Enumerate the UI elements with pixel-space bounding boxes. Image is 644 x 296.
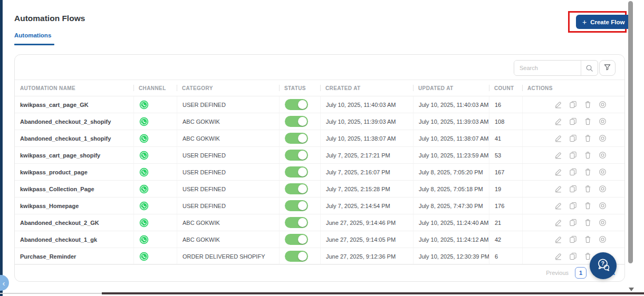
edit-icon[interactable] <box>554 202 562 210</box>
view-icon[interactable] <box>599 151 607 159</box>
search-icon[interactable] <box>581 61 598 75</box>
updated-at: July 10, 2025, 12:30:39 PM <box>413 248 489 264</box>
delete-icon[interactable] <box>584 252 592 260</box>
view-icon[interactable] <box>599 168 607 176</box>
edit-icon[interactable] <box>554 235 562 243</box>
actions-cell <box>522 231 624 248</box>
status-toggle[interactable] <box>285 99 308 110</box>
delete-icon[interactable] <box>584 101 592 108</box>
count-value: 16 <box>489 96 522 113</box>
status-toggle[interactable] <box>285 183 308 194</box>
count-value: 42 <box>489 231 522 248</box>
col-updated-at: UPDATED AT <box>413 80 489 96</box>
edit-icon[interactable] <box>554 168 562 176</box>
status-toggle[interactable] <box>285 166 308 177</box>
actions-cell <box>522 181 624 197</box>
view-icon[interactable] <box>599 185 607 193</box>
view-icon[interactable] <box>599 235 607 243</box>
created-at: July 10, 2025, 11:39:03 AM <box>320 113 413 130</box>
channel-cell <box>133 231 177 248</box>
delete-icon[interactable] <box>584 117 592 125</box>
automation-name: Abandoned_checkout_2_GK <box>15 214 133 231</box>
edit-icon[interactable] <box>554 134 562 142</box>
created-at: July 7, 2025, 2:16:07 PM <box>320 164 413 180</box>
status-toggle[interactable] <box>285 150 308 161</box>
status-toggle[interactable] <box>285 234 308 245</box>
scrollbar-down-arrow[interactable] <box>629 288 634 291</box>
copy-icon[interactable] <box>569 252 577 260</box>
delete-icon[interactable] <box>584 202 592 210</box>
table-row: Abandoned_checkout_2_GKABC GOKWIKJune 27… <box>15 214 624 231</box>
copy-icon[interactable] <box>569 151 577 159</box>
view-icon[interactable] <box>599 219 607 226</box>
count-value: 167 <box>489 164 522 180</box>
automation-name: kwikpass_cart_page_shopify <box>15 147 133 163</box>
channel-cell <box>133 164 177 180</box>
edit-icon[interactable] <box>554 101 562 108</box>
edit-icon[interactable] <box>554 151 562 159</box>
status-toggle[interactable] <box>285 116 308 127</box>
status-cell <box>279 248 320 264</box>
table-row: kwikpass_HomepageUSER DEFINEDJuly 7, 202… <box>15 198 624 214</box>
updated-at: July 10, 2025, 11:24:12 AM <box>413 231 489 248</box>
plus-icon: + <box>582 18 587 26</box>
copy-icon[interactable] <box>569 168 577 176</box>
copy-icon[interactable] <box>569 219 577 226</box>
toggle-knob <box>298 235 307 244</box>
create-flow-button[interactable]: + Create Flow <box>576 15 631 29</box>
updated-at: July 8, 2025, 7:05:20 PM <box>413 164 489 180</box>
delete-icon[interactable] <box>584 134 592 142</box>
whatsapp-icon <box>139 100 149 110</box>
status-toggle[interactable] <box>285 200 308 211</box>
table-row: Abandoned_checkout_1_shopifyABC GOKWIKJu… <box>15 130 624 147</box>
delete-icon[interactable] <box>584 168 592 176</box>
copy-icon[interactable] <box>569 185 577 193</box>
delete-icon[interactable] <box>584 219 592 226</box>
view-icon[interactable] <box>599 117 607 125</box>
copy-icon[interactable] <box>569 117 577 125</box>
col-automation-name: AUTOMATION NAME <box>15 80 133 96</box>
copy-icon[interactable] <box>569 235 577 243</box>
page-title: Automation Flows <box>14 14 85 23</box>
updated-at: July 10, 2025, 11:24:40 AM <box>413 214 489 231</box>
status-toggle[interactable] <box>285 133 308 144</box>
updated-at: July 8, 2025, 7:47:30 PM <box>413 198 489 214</box>
category-label: USER DEFINED <box>177 147 279 163</box>
updated-at: July 8, 2025, 7:05:18 PM <box>413 181 489 197</box>
automation-name: kwikpass_cart_page_GK <box>15 96 133 113</box>
status-toggle[interactable] <box>285 251 308 262</box>
status-toggle[interactable] <box>285 217 308 228</box>
edit-icon[interactable] <box>554 185 562 193</box>
search-input[interactable] <box>514 61 581 75</box>
category-label: ABC GOKWIK <box>177 214 279 231</box>
page-1[interactable]: 1 <box>575 267 587 279</box>
copy-icon[interactable] <box>569 134 577 142</box>
edit-icon[interactable] <box>554 117 562 125</box>
view-icon[interactable] <box>599 101 607 108</box>
edit-icon[interactable] <box>554 252 562 260</box>
status-cell <box>279 96 320 113</box>
view-icon[interactable] <box>599 134 607 142</box>
vertical-scrollbar-thumb[interactable] <box>628 1 633 263</box>
copy-icon[interactable] <box>569 202 577 210</box>
delete-icon[interactable] <box>584 235 592 243</box>
delete-icon[interactable] <box>584 185 592 193</box>
pagination-previous[interactable]: Previous <box>546 270 569 276</box>
view-icon[interactable] <box>599 202 607 210</box>
updated-at: July 10, 2025, 11:39:03 AM <box>413 113 489 130</box>
actions-cell <box>522 130 624 146</box>
updated-at: July 10, 2025, 11:23:59 AM <box>413 147 489 163</box>
filter-funnel-icon <box>603 63 611 73</box>
tab-automations[interactable]: Automations <box>14 32 51 38</box>
channel-cell <box>133 130 177 146</box>
window-bottom-edge-light <box>0 293 102 294</box>
delete-icon[interactable] <box>584 151 592 159</box>
count-value: 6 <box>489 248 522 264</box>
copy-icon[interactable] <box>569 101 577 108</box>
help-chat-fab[interactable]: ? <box>590 252 617 279</box>
updated-at: July 10, 2025, 11:38:07 AM <box>413 130 489 146</box>
svg-text:?: ? <box>601 261 604 267</box>
sidebar-collapse-button[interactable]: ‹ <box>0 275 9 291</box>
filter-button[interactable] <box>599 60 616 76</box>
edit-icon[interactable] <box>554 219 562 226</box>
